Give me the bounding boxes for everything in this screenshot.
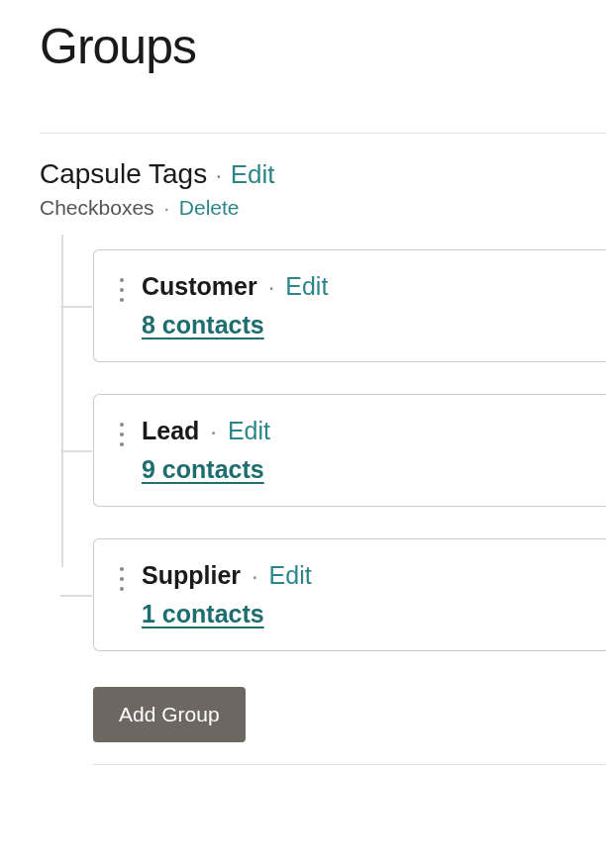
group-name: Lead (142, 417, 199, 444)
separator-dot: · (210, 418, 217, 444)
page-title: Groups (40, 18, 606, 75)
drag-handle-icon[interactable] (120, 561, 124, 591)
separator-dot: · (216, 161, 223, 188)
group-card: Lead · Edit 9 contacts (93, 394, 606, 507)
group-edit-link[interactable]: Edit (285, 272, 328, 300)
tree-connector-line (61, 235, 63, 567)
drag-handle-icon[interactable] (120, 272, 124, 302)
separator-dot: · (163, 197, 169, 219)
group-contacts-link[interactable]: 1 contacts (142, 600, 264, 628)
group-contacts-link[interactable]: 9 contacts (142, 455, 264, 484)
group-contacts-link[interactable]: 8 contacts (142, 311, 264, 339)
drag-handle-icon[interactable] (120, 417, 124, 446)
groups-tree: Customer · Edit 8 contacts (40, 235, 606, 765)
footer-divider (93, 764, 606, 765)
contacts-count: 8 (142, 311, 155, 338)
contacts-word: contacts (162, 311, 264, 338)
section-subheader: Checkboxes · Delete (40, 196, 606, 220)
section-header: Capsule Tags · Edit (40, 158, 606, 190)
group-name: Customer (142, 272, 257, 300)
group-edit-link[interactable]: Edit (269, 561, 312, 589)
add-group-button[interactable]: Add Group (93, 687, 246, 742)
contacts-word: contacts (162, 455, 264, 483)
section-type-label: Checkboxes (40, 196, 154, 219)
contacts-word: contacts (162, 600, 264, 627)
contacts-count: 9 (142, 455, 155, 483)
divider (40, 133, 606, 134)
group-edit-link[interactable]: Edit (228, 417, 270, 444)
group-card: Customer · Edit 8 contacts (93, 249, 606, 362)
contacts-count: 1 (142, 600, 155, 627)
separator-dot: · (268, 273, 275, 300)
group-name: Supplier (142, 561, 241, 589)
section-edit-link[interactable]: Edit (231, 159, 275, 189)
section-title: Capsule Tags (40, 158, 207, 189)
group-card: Supplier · Edit 1 contacts (93, 538, 606, 651)
section-delete-link[interactable]: Delete (179, 196, 240, 219)
separator-dot: · (252, 562, 258, 589)
